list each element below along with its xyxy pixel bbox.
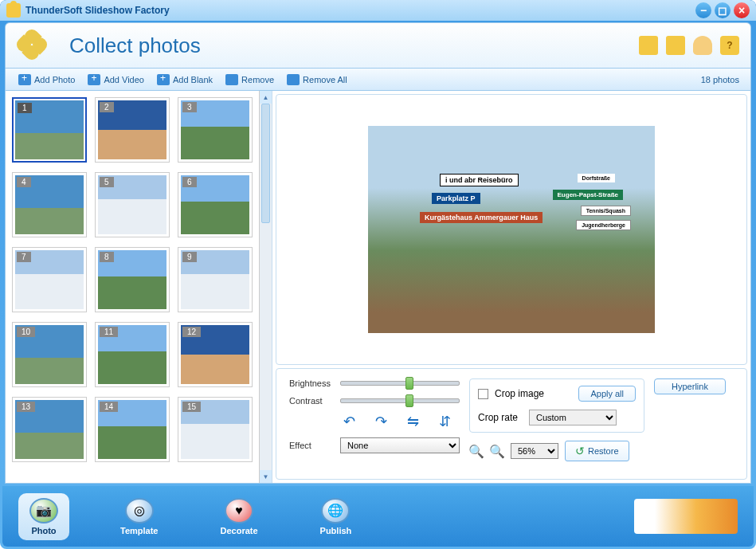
- zoom-select[interactable]: 56%: [511, 443, 558, 459]
- crop-checkbox[interactable]: [478, 389, 488, 399]
- thumbnail-number: 9: [182, 252, 197, 262]
- scroll-up-button[interactable]: ▲: [260, 91, 272, 104]
- thumbnail-item[interactable]: 4: [12, 172, 87, 237]
- rotate-right-icon[interactable]: ↷: [372, 414, 390, 429]
- thumbnail-number: 8: [100, 252, 114, 262]
- thumbnail-item[interactable]: 3: [178, 97, 253, 163]
- effect-select[interactable]: None: [340, 437, 460, 453]
- thumbnail-item[interactable]: 11: [95, 322, 170, 387]
- sign-text: Kurgästehaus Ammergauer Haus: [420, 212, 543, 223]
- titlebar: ThunderSoft Slideshow Factory − ◻ ×: [0, 0, 756, 21]
- thumbnail-item[interactable]: 2: [95, 97, 170, 163]
- sign-text: Parkplatz P: [432, 193, 480, 204]
- user-icon[interactable]: [693, 36, 712, 55]
- step-tabs: 📷 Photo ◎ Template ♥ Decorate 🌐 Publish: [2, 486, 754, 547]
- preview-area: i und abr Reisebüro Parkplatz P Kurgäste…: [276, 94, 747, 365]
- add-blank-button[interactable]: Add Blank: [151, 73, 219, 87]
- contrast-slider[interactable]: [340, 398, 460, 403]
- scroll-thumb[interactable]: [261, 104, 270, 223]
- thumbnail-item[interactable]: 13: [12, 397, 87, 462]
- thumbnail-item[interactable]: 14: [95, 397, 170, 462]
- header-actions: ?: [639, 36, 739, 55]
- close-button[interactable]: ×: [734, 2, 750, 18]
- thumbnail-item[interactable]: 7: [12, 247, 87, 312]
- thumbnail-number: 12: [182, 327, 201, 337]
- remove-all-label: Remove All: [303, 75, 347, 84]
- flip-horizontal-icon[interactable]: ⇋: [404, 414, 421, 429]
- crop-zoom-controls: Crop image Apply all Crop rate Custom 🔍 …: [469, 378, 644, 461]
- crop-rate-select[interactable]: Custom: [529, 410, 617, 425]
- add-photo-button[interactable]: Add Photo: [12, 73, 81, 87]
- flip-vertical-icon[interactable]: ⇵: [436, 414, 453, 429]
- brand-logo: [634, 499, 738, 534]
- minimize-button[interactable]: −: [695, 2, 711, 18]
- thumbnail-number: 2: [100, 102, 114, 112]
- thumbnail-item[interactable]: 6: [178, 172, 253, 237]
- add-video-label: Add Video: [104, 75, 144, 84]
- tab-label: Decorate: [220, 526, 257, 535]
- plus-icon: [18, 74, 31, 85]
- zoom-in-icon[interactable]: 🔍: [469, 444, 484, 458]
- thumbnail-number: 6: [182, 177, 197, 187]
- thumbnail-number: 13: [17, 402, 35, 412]
- crop-image-label: Crop image: [495, 388, 544, 399]
- zoom-controls: 🔍 🔍 56% Restore: [469, 441, 644, 461]
- slider-thumb[interactable]: [405, 377, 413, 390]
- thumbnail-panel: 123456789101112131415 ▲ ▼: [6, 91, 272, 483]
- thumbnail-number: 5: [100, 177, 114, 187]
- remove-all-icon: [287, 74, 300, 85]
- thumbnail-grid: 123456789101112131415: [6, 91, 259, 483]
- scrollbar[interactable]: ▲ ▼: [259, 91, 272, 483]
- thumbnail-number: 10: [17, 327, 35, 337]
- thumbnail-item[interactable]: 9: [178, 247, 253, 312]
- thumbnail-item[interactable]: 12: [178, 322, 253, 387]
- remove-button[interactable]: Remove: [219, 73, 280, 87]
- restore-label: Restore: [588, 446, 619, 456]
- adjust-controls: Brightness Contrast ↶ ↷ ⇋ ⇵ Effect: [289, 378, 460, 453]
- effect-label: Effect: [289, 441, 334, 450]
- globe-icon: 🌐: [321, 498, 350, 524]
- maximize-button[interactable]: ◻: [715, 2, 731, 18]
- tab-template[interactable]: ◎ Template: [109, 493, 169, 540]
- plus-icon: [88, 74, 100, 85]
- add-video-button[interactable]: Add Video: [81, 73, 151, 87]
- sign-text: Jugendherberge: [576, 220, 631, 230]
- tab-photo[interactable]: 📷 Photo: [18, 493, 69, 540]
- apply-all-button[interactable]: Apply all: [578, 386, 636, 402]
- thumbnail-number: 7: [17, 252, 31, 262]
- sign-text: i und abr Reisebüro: [440, 174, 519, 186]
- thumbnail-number: 14: [100, 402, 118, 412]
- page-title: Collect photos: [69, 33, 201, 58]
- thumbnail-number: 3: [182, 102, 197, 112]
- thumbnail-item[interactable]: 1: [12, 97, 87, 163]
- tab-publish[interactable]: 🌐 Publish: [309, 493, 363, 540]
- contrast-label: Contrast: [289, 396, 334, 406]
- brightness-slider[interactable]: [340, 381, 460, 386]
- add-blank-label: Add Blank: [173, 75, 213, 84]
- restore-button[interactable]: Restore: [565, 441, 629, 461]
- hyperlink-button[interactable]: Hyperlink: [654, 378, 726, 394]
- thumbnail-number: 1: [18, 103, 32, 113]
- thumbnail-item[interactable]: 10: [12, 322, 87, 387]
- folder-icon[interactable]: [639, 36, 658, 55]
- heart-icon: ♥: [225, 498, 253, 524]
- scroll-down-button[interactable]: ▼: [260, 470, 272, 483]
- sign-text: Dorfstraße: [578, 174, 615, 182]
- link-controls: Hyperlink: [654, 378, 734, 394]
- add-photo-label: Add Photo: [34, 75, 75, 84]
- tab-decorate[interactable]: ♥ Decorate: [209, 493, 268, 540]
- rotate-controls: ↶ ↷ ⇋ ⇵: [340, 414, 460, 429]
- remove-all-button[interactable]: Remove All: [280, 73, 354, 87]
- right-panel: i und abr Reisebüro Parkplatz P Kurgäste…: [272, 91, 750, 483]
- thumbnail-item[interactable]: 15: [178, 397, 253, 462]
- controls: Brightness Contrast ↶ ↷ ⇋ ⇵ Effect: [276, 368, 747, 480]
- zoom-out-icon[interactable]: 🔍: [490, 444, 504, 458]
- thumbnail-item[interactable]: 5: [95, 172, 170, 237]
- slider-thumb[interactable]: [405, 394, 413, 407]
- note-icon[interactable]: [666, 36, 685, 55]
- thumbnail-item[interactable]: 8: [95, 247, 170, 312]
- help-icon[interactable]: ?: [720, 36, 739, 55]
- rotate-left-icon[interactable]: ↶: [340, 414, 358, 429]
- preview-image[interactable]: i und abr Reisebüro Parkplatz P Kurgäste…: [368, 126, 655, 333]
- photo-count: 18 photos: [701, 75, 744, 84]
